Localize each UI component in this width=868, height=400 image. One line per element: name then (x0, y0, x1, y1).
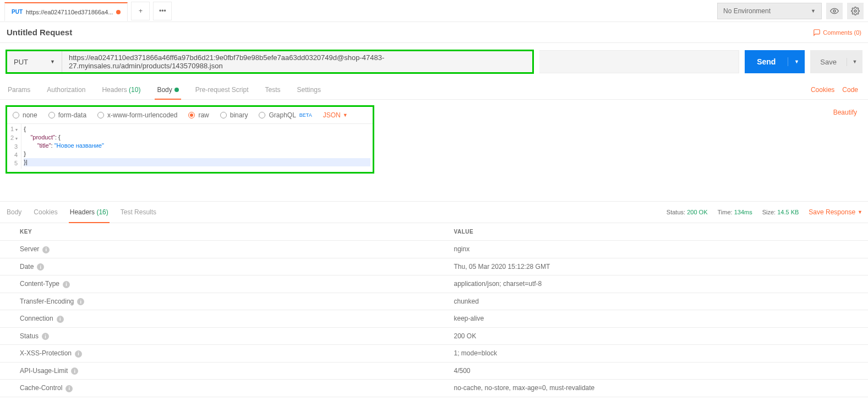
chevron-down-icon: ▼ (811, 8, 816, 14)
url-input[interactable]: https://ea0247110ed371866a46ff6a97bd6d21… (62, 51, 532, 72)
header-value: keep-alive (434, 310, 869, 328)
tab-settings[interactable]: Settings (295, 80, 323, 99)
tab-authorization[interactable]: Authorization (45, 80, 88, 99)
tab-options-button[interactable]: ••• (153, 2, 172, 20)
info-icon: i (42, 333, 49, 340)
send-label: Send (745, 57, 788, 66)
tab-prerequest[interactable]: Pre-request Script (193, 80, 251, 99)
header-value: no-cache, no-store, max-age=0, must-reva… (434, 380, 869, 397)
body-editor[interactable]: 1 ▾2 ▾345 { "product": { "title": "Новое… (7, 124, 373, 169)
header-key: Statusi (0, 327, 434, 345)
info-icon: i (42, 246, 50, 253)
tab-headers[interactable]: Headers (10) (100, 80, 143, 99)
editor-gutter: 1 ▾2 ▾345 (7, 124, 21, 169)
radio-icon (259, 112, 265, 118)
chevron-down-icon: ▼ (853, 59, 858, 64)
radio-graphql[interactable]: GraphQLBETA (259, 111, 312, 119)
send-button[interactable]: Send ▼ (745, 50, 805, 73)
header-value: Thu, 05 Mar 2020 15:12:28 GMT (434, 258, 869, 275)
table-row: Cache-Controlino-cache, no-store, max-ag… (0, 380, 868, 397)
header-key: API-Usage-Limiti (0, 362, 434, 380)
request-title[interactable]: Untitled Request (7, 28, 72, 37)
table-row: Serveringinx (0, 241, 868, 258)
editor-content[interactable]: { "product": { "title": "Новое название"… (21, 124, 373, 169)
save-dropdown[interactable]: ▼ (847, 59, 862, 64)
header-value: nginx (434, 241, 869, 258)
info-icon: i (37, 263, 44, 271)
table-row: API-Usage-Limiti4/500 (0, 362, 868, 380)
table-row: X-XSS-Protectioni1; mode=block (0, 345, 868, 363)
info-icon: i (75, 350, 82, 358)
save-response-button[interactable]: Save Response▼ (809, 208, 862, 216)
tab-tests[interactable]: Tests (263, 80, 283, 99)
header-value: 4/500 (434, 362, 869, 380)
tab-body[interactable]: Body (155, 80, 181, 99)
send-dropdown[interactable]: ▼ (788, 59, 805, 64)
table-row: Transfer-Encodingichunked (0, 293, 868, 310)
comments-label: Comments (0) (823, 29, 861, 36)
cookies-link[interactable]: Cookies (811, 86, 834, 94)
header-key: Transfer-Encodingi (0, 293, 434, 310)
info-icon: i (77, 298, 84, 305)
comment-icon (813, 29, 821, 36)
radio-raw[interactable]: raw (188, 111, 209, 119)
radio-icon (97, 112, 104, 118)
info-icon: i (65, 385, 73, 392)
method-selector[interactable]: PUT ▼ (7, 51, 62, 72)
response-headers-table: KEY VALUE ServeringinxDateiThu, 05 Mar 2… (0, 223, 868, 397)
resp-tab-headers[interactable]: Headers (16) (69, 202, 110, 223)
header-key: X-XSS-Protectioni (0, 345, 434, 363)
body-indicator-icon (174, 88, 179, 92)
radio-icon (48, 112, 55, 118)
header-value: application/json; charset=utf-8 (434, 275, 869, 293)
gear-icon (851, 7, 860, 15)
environment-selector[interactable]: No Environment ▼ (717, 3, 822, 19)
table-row: Content-Typeiapplication/json; charset=u… (0, 275, 868, 293)
info-icon: i (57, 316, 64, 323)
method-value: PUT (14, 58, 28, 66)
header-key: Cache-Controli (0, 380, 434, 397)
col-value: VALUE (434, 223, 869, 241)
body-type-selector[interactable]: JSON▼ (323, 111, 348, 119)
beautify-button[interactable]: Beautify (833, 109, 857, 116)
url-value: https://ea0247110ed371866a46ff6a97bd6d21… (69, 53, 526, 70)
svg-point-0 (833, 10, 836, 12)
table-row: DateiThu, 05 Mar 2020 15:12:28 GMT (0, 258, 868, 275)
resp-tab-cookies[interactable]: Cookies (32, 202, 58, 223)
radio-xwww[interactable]: x-www-form-urlencoded (97, 111, 177, 119)
header-key: Connectioni (0, 310, 434, 328)
tab-method: PUT (12, 9, 23, 15)
unsaved-dot-icon (116, 10, 121, 14)
save-button[interactable]: Save ▼ (810, 50, 862, 73)
header-key: Datei (0, 258, 434, 275)
resp-tab-body[interactable]: Body (6, 202, 23, 223)
chevron-down-icon: ▼ (794, 59, 799, 64)
time-meta: Time: 134ms (717, 209, 752, 215)
radio-binary[interactable]: binary (220, 111, 248, 119)
environment-preview-button[interactable] (826, 3, 843, 19)
chevron-down-icon: ▼ (858, 209, 862, 215)
new-tab-button[interactable]: + (131, 2, 150, 20)
radio-icon (220, 112, 227, 118)
header-value: chunked (434, 293, 869, 310)
code-link[interactable]: Code (842, 86, 858, 94)
settings-button[interactable] (847, 3, 864, 19)
chevron-down-icon: ▼ (343, 112, 348, 118)
header-value: 1; mode=block (434, 345, 869, 363)
info-icon: i (63, 281, 70, 288)
radio-icon (188, 112, 195, 118)
table-row: Statusi200 OK (0, 327, 868, 345)
environment-label: No Environment (723, 7, 771, 15)
svg-point-1 (854, 10, 856, 12)
table-row: Connectionikeep-alive (0, 310, 868, 328)
comments-button[interactable]: Comments (0) (813, 29, 861, 36)
tab-params[interactable]: Params (6, 80, 32, 99)
header-key: Serveri (0, 241, 434, 258)
resp-tab-tests[interactable]: Test Results (119, 202, 157, 223)
request-tab[interactable]: PUT https://ea0247110ed371866a4... (4, 2, 128, 21)
radio-formdata[interactable]: form-data (48, 111, 86, 119)
url-input-extension[interactable] (539, 50, 739, 73)
radio-none[interactable]: none (13, 111, 37, 119)
header-key: Content-Typei (0, 275, 434, 293)
info-icon: i (71, 367, 78, 375)
